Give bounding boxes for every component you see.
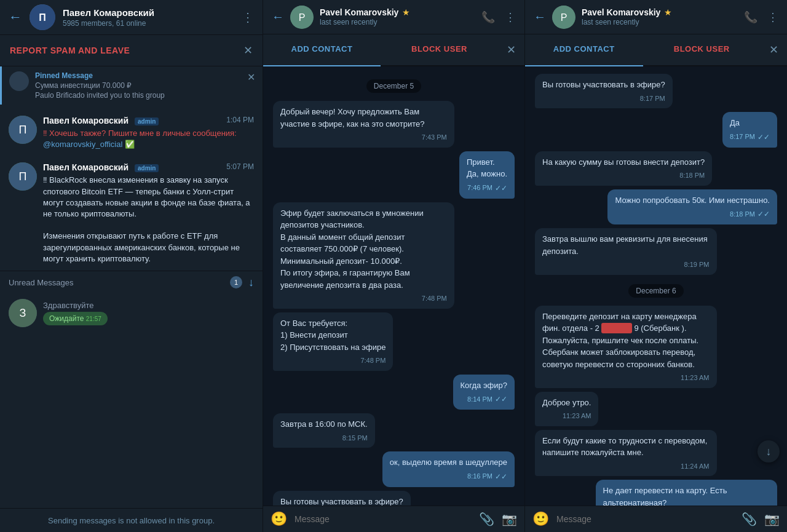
list-item[interactable]: З Здравствуйте Ожидайте 21:57 [0, 294, 263, 332]
check-icon: ✓✓ [757, 132, 770, 143]
chat-messages: Вы готовы участвовать в эфире? 8:17 PM Д… [525, 66, 787, 506]
bubble-text: Завтра вышлю вам реквизиты для внесения … [542, 233, 710, 257]
bubble-text: Можно попробовать 50к. Ими нестрашно. [615, 194, 770, 207]
bubble-text: От Вас требуется:1) Внести депозит2) При… [280, 317, 386, 354]
action-close-button[interactable]: ✕ [498, 34, 524, 65]
message-bubble: Завтра в 16:00 по МСК. 8:15 PM [273, 413, 375, 448]
action-bar: ADD CONTACT BLOCK USER ✕ [263, 34, 524, 66]
bubble-time: 7:43 PM [280, 132, 447, 143]
chat-avatar: P [290, 6, 314, 29]
message-preview: ‼️ Хочешь также? Пишите мне в личные соо… [43, 128, 254, 150]
more-options-button[interactable]: ⋮ [767, 10, 778, 24]
star-icon: ★ [402, 7, 410, 17]
more-options-button[interactable]: ⋮ [505, 10, 516, 24]
add-contact-button[interactable]: ADD CONTACT [263, 34, 381, 66]
check-icon: ✓✓ [495, 471, 507, 482]
avatar: П [9, 116, 37, 144]
phone-button[interactable]: 📞 [481, 10, 495, 24]
bubble-time: 7:48 PM [280, 293, 447, 304]
message-input[interactable] [556, 514, 734, 524]
admin-badge: admin [135, 117, 159, 125]
avatar: З [9, 299, 37, 327]
emoji-button[interactable]: 🙂 [271, 511, 287, 527]
pinned-close-button[interactable]: ✕ [247, 71, 255, 83]
preview-content: Здравствуйте Ожидайте 21:57 [43, 301, 108, 325]
action-close-button[interactable]: ✕ [761, 34, 787, 65]
block-user-button[interactable]: BLOCK USER [381, 34, 498, 65]
phone-button[interactable]: 📞 [744, 10, 757, 24]
bubble-text: Да [730, 117, 770, 129]
bubble-text: ок, выделю время в шедуллере [390, 456, 507, 469]
bubble-text: Не дает перевести на карту. Есть альтерн… [603, 485, 770, 506]
chat-status: last seen recently [582, 18, 738, 26]
chat-actions: 📞 ⋮ [744, 10, 778, 24]
message-bubble: ок, выделю время в шедуллере 8:16 PM ✓✓ [382, 451, 515, 487]
group-chat-header: ← П Павел Комаровский 5985 members, 61 o… [0, 0, 263, 34]
group-subtitle: 5985 members, 61 online [63, 19, 234, 28]
message-time: 1:04 PM [226, 116, 254, 124]
unread-bar: Unread Messages 1 ↓ [0, 271, 263, 294]
chat-actions: 📞 ⋮ [481, 10, 516, 24]
attach-button[interactable]: 📎 [742, 512, 757, 526]
svg-text:P: P [561, 12, 568, 23]
bubble-time: 8:14 PM ✓✓ [461, 394, 507, 405]
bubble-time: 7:46 PM ✓✓ [467, 183, 507, 194]
camera-button[interactable]: 📷 [502, 512, 517, 526]
bubble-time: 8:18 PM ✓✓ [615, 208, 770, 220]
message-bubble: Вы готовы участвовать в эфире? 8:17 PM [273, 491, 411, 506]
message-bubble: Когда эфир? 8:14 PM ✓✓ [453, 375, 515, 410]
chat-header: ← P Pavel Komarovskiy ★ last seen recent… [525, 0, 787, 34]
camera-button[interactable]: 📷 [764, 512, 780, 526]
message-bubble: Привет.Да, можно. 7:46 PM ✓✓ [459, 151, 515, 199]
scroll-down-button[interactable]: ↓ [248, 276, 254, 289]
message-bubble: Не дает перевести на карту. Есть альтерн… [596, 480, 778, 506]
pinned-avatar [9, 71, 29, 91]
bubble-text: Эфир будет заключаться в умножении депоз… [280, 207, 447, 292]
bubble-time: 11:23 AM [542, 411, 591, 421]
bottom-bar: Sending messages is not allowed in this … [0, 508, 263, 532]
bubble-time: 7:48 PM [280, 355, 386, 366]
messages-list: П Павел Комаровский admin 1:04 PM ‼️ Хоч… [0, 105, 263, 508]
message-bubble: На какую сумму вы готовы внести депозит?… [535, 151, 712, 186]
add-contact-button[interactable]: ADD CONTACT [525, 34, 643, 66]
list-item[interactable]: П Павел Комаровский admin 1:04 PM ‼️ Хоч… [0, 109, 263, 156]
emoji-button[interactable]: 🙂 [532, 511, 549, 527]
scroll-down-button[interactable]: ↓ [757, 440, 780, 463]
message-preview: ‼️ BlackRock внесла изменения в заявку н… [43, 175, 254, 264]
svg-text:П: П [19, 170, 27, 183]
group-info: Павел Комаровский 5985 members, 61 onlin… [63, 7, 234, 28]
message-bubble: Переведите депозит на карту менеджера фи… [535, 306, 717, 388]
redacted-text [601, 323, 631, 333]
sender-name: Павел Комаровский admin [43, 162, 159, 172]
back-button[interactable]: ← [9, 9, 22, 25]
bubble-text: Доброе утро. [542, 397, 591, 409]
message-time: 5:07 PM [226, 162, 254, 171]
report-spam-button[interactable]: REPORT SPAM AND LEAVE [10, 46, 130, 55]
bubble-text: Когда эфир? [461, 379, 507, 392]
back-button[interactable]: ← [534, 10, 546, 24]
pinned-content: Pinned Message Сумма инвестиции 70.000 ₽… [35, 71, 165, 100]
message-bubble: Вы готовы участвовать в эфире? 8:17 PM [535, 74, 673, 108]
date-divider: December 6 [535, 285, 777, 296]
block-user-button[interactable]: BLOCK USER [643, 34, 761, 65]
message-bubble: Завтра вышлю вам реквизиты для внесения … [535, 228, 717, 275]
bubble-text: Если будут какие то трудности с переводо… [542, 435, 710, 459]
group-avatar: П [30, 4, 55, 30]
pinned-message: Pinned Message Сумма инвестиции 70.000 ₽… [0, 66, 263, 105]
spam-close-button[interactable]: ✕ [243, 44, 253, 57]
date-divider: December 5 [273, 80, 515, 91]
chat-header: ← P Pavel Komarovskiy ★ last seen recent… [263, 0, 524, 34]
more-options-button[interactable]: ⋮ [242, 10, 254, 25]
message-input[interactable] [295, 514, 472, 524]
check-icon: ✓✓ [757, 208, 770, 220]
back-button[interactable]: ← [272, 10, 284, 24]
message-bubble: Да 8:17 PM ✓✓ [722, 112, 777, 148]
chat-messages: December 5 Добрый вечер! Хочу предложить… [263, 66, 524, 506]
attach-button[interactable]: 📎 [479, 512, 494, 526]
list-item[interactable]: П Павел Комаровский admin 5:07 PM ‼️ Bla… [0, 156, 263, 271]
bubble-text: Вы готовы участвовать в эфире? [280, 496, 403, 506]
spam-bar: REPORT SPAM AND LEAVE ✕ [0, 34, 263, 66]
message-content: Павел Комаровский admin 5:07 PM ‼️ Black… [43, 162, 254, 264]
right-panel: ← P Pavel Komarovskiy ★ last seen recent… [525, 0, 787, 532]
message-content: Павел Комаровский admin 1:04 PM ‼️ Хочеш… [43, 116, 254, 150]
